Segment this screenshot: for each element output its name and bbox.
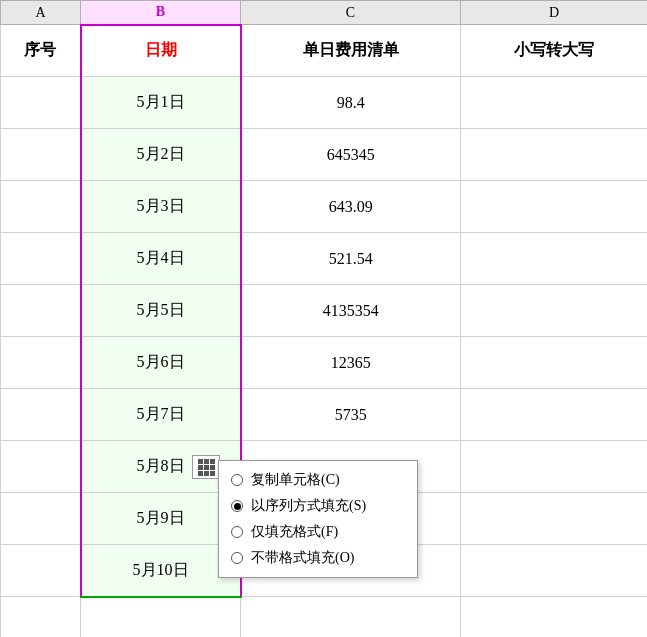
cell-convert[interactable] xyxy=(461,389,648,441)
cell-a[interactable] xyxy=(1,77,81,129)
col-header-a[interactable]: A xyxy=(1,1,81,25)
table-row xyxy=(1,597,648,638)
col-header-d[interactable]: D xyxy=(461,1,648,25)
cell-convert[interactable] xyxy=(461,233,648,285)
autofill-options-button[interactable] xyxy=(192,455,220,479)
cell-date[interactable]: 5月6日 xyxy=(81,337,241,389)
menu-label-fill-format: 仅填充格式(F) xyxy=(251,523,338,541)
cell-expense[interactable]: 521.54 xyxy=(241,233,461,285)
context-menu: 复制单元格(C) 以序列方式填充(S) 仅填充格式(F) 不带格式填充(O) xyxy=(218,460,418,578)
table-row: 5月6日 12365 xyxy=(1,337,648,389)
column-header-row: A B C D xyxy=(1,1,648,25)
radio-selected-dot xyxy=(234,503,241,510)
cell-convert[interactable] xyxy=(461,337,648,389)
cell-a[interactable] xyxy=(1,493,81,545)
menu-label-copy-cell: 复制单元格(C) xyxy=(251,471,340,489)
menu-item-fill-format[interactable]: 仅填充格式(F) xyxy=(219,519,417,545)
cell-expense[interactable]: 5735 xyxy=(241,389,461,441)
radio-copy-cell[interactable] xyxy=(231,474,243,486)
radio-fill-no-format[interactable] xyxy=(231,552,243,564)
col-header-c[interactable]: C xyxy=(241,1,461,25)
menu-item-fill-no-format[interactable]: 不带格式填充(O) xyxy=(219,545,417,571)
cell-expense[interactable]: 645345 xyxy=(241,129,461,181)
cell-a[interactable] xyxy=(1,337,81,389)
cell-convert[interactable] xyxy=(461,129,648,181)
cell-expense[interactable]: 12365 xyxy=(241,337,461,389)
table-row: 5月3日 643.09 xyxy=(1,181,648,233)
radio-fill-format[interactable] xyxy=(231,526,243,538)
cell-convert[interactable] xyxy=(461,181,648,233)
cell-a[interactable] xyxy=(1,181,81,233)
col-header-b[interactable]: B xyxy=(81,1,241,25)
cell-a[interactable] xyxy=(1,285,81,337)
radio-fill-series[interactable] xyxy=(231,500,243,512)
table-row: 5月7日 5735 xyxy=(1,389,648,441)
header-seq: 序号 xyxy=(1,25,81,77)
title-row: 序号 日期 单日费用清单 小写转大写 xyxy=(1,25,648,77)
table-row: 5月2日 645345 xyxy=(1,129,648,181)
cell-convert[interactable] xyxy=(461,493,648,545)
header-date: 日期 xyxy=(81,25,241,77)
cell-a[interactable] xyxy=(1,129,81,181)
cell-date[interactable]: 5月4日 xyxy=(81,233,241,285)
menu-item-copy-cell[interactable]: 复制单元格(C) xyxy=(219,467,417,493)
cell-convert[interactable] xyxy=(461,441,648,493)
table-row: 5月4日 521.54 xyxy=(1,233,648,285)
cell-expense[interactable]: 98.4 xyxy=(241,77,461,129)
cell-convert[interactable] xyxy=(461,285,648,337)
cell-a[interactable] xyxy=(1,545,81,597)
cell-date[interactable]: 5月9日 xyxy=(81,493,241,545)
cell-expense[interactable]: 643.09 xyxy=(241,181,461,233)
cell-date[interactable]: 5月10日 xyxy=(81,545,241,597)
cell-date[interactable]: 5月5日 xyxy=(81,285,241,337)
header-convert: 小写转大写 xyxy=(461,25,648,77)
cell-date[interactable]: 5月1日 xyxy=(81,77,241,129)
menu-label-fill-no-format: 不带格式填充(O) xyxy=(251,549,354,567)
table-row: 5月5日 4135354 xyxy=(1,285,648,337)
menu-item-fill-series[interactable]: 以序列方式填充(S) xyxy=(219,493,417,519)
cell-a[interactable] xyxy=(1,441,81,493)
table-row: 5月1日 98.4 xyxy=(1,77,648,129)
cell-date[interactable]: 5月2日 xyxy=(81,129,241,181)
autofill-icon xyxy=(198,459,215,476)
menu-label-fill-series: 以序列方式填充(S) xyxy=(251,497,366,515)
cell-a[interactable] xyxy=(1,389,81,441)
cell-date[interactable]: 5月3日 xyxy=(81,181,241,233)
cell-expense[interactable]: 4135354 xyxy=(241,285,461,337)
cell-convert[interactable] xyxy=(461,77,648,129)
cell-date[interactable]: 5月7日 xyxy=(81,389,241,441)
cell-convert[interactable] xyxy=(461,545,648,597)
cell-a[interactable] xyxy=(1,233,81,285)
header-expense: 单日费用清单 xyxy=(241,25,461,77)
